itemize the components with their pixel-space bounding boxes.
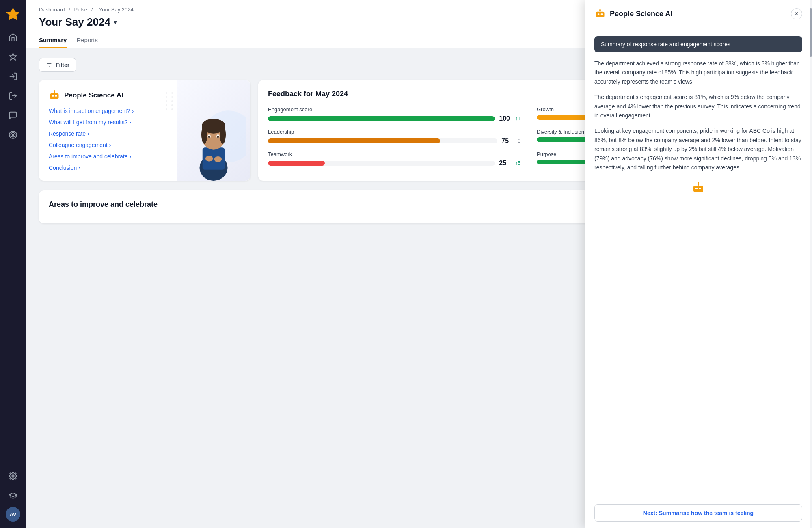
svg-point-22 bbox=[201, 126, 207, 144]
user-avatar[interactable]: AV bbox=[6, 507, 20, 522]
ai-panel-robot-icon bbox=[594, 8, 606, 19]
ai-card: People Science AI bbox=[39, 80, 250, 181]
metric-bar-fill bbox=[268, 161, 325, 166]
ai-card-title: People Science AI bbox=[64, 91, 123, 100]
tab-summary[interactable]: Summary bbox=[39, 33, 67, 48]
ai-next-button[interactable]: Next: Summarise how the team is feeling bbox=[594, 504, 802, 522]
svg-point-6 bbox=[12, 475, 14, 477]
signin-icon[interactable] bbox=[5, 68, 21, 84]
metric-score: 75 bbox=[501, 137, 514, 145]
filter-button[interactable]: Filter bbox=[39, 58, 76, 72]
metric-delta: ↑5 bbox=[515, 160, 520, 166]
breadcrumb-dashboard[interactable]: Dashboard bbox=[39, 6, 65, 13]
ai-panel-close-button[interactable]: ✕ bbox=[791, 8, 802, 19]
person-svg bbox=[181, 100, 246, 181]
ai-panel-footer: Next: Summarise how the team is feeling bbox=[585, 498, 812, 528]
sidebar-bottom: AV bbox=[5, 468, 21, 522]
svg-point-34 bbox=[599, 9, 601, 10]
ai-panel-paragraph-1: The department achieved a strong respons… bbox=[594, 59, 802, 86]
ai-panel-scrollbar-thumb bbox=[810, 8, 812, 57]
home-icon[interactable] bbox=[5, 29, 21, 45]
metric-item: Teamwork 25↑5 bbox=[268, 151, 520, 167]
breadcrumb-sep1: / bbox=[69, 6, 70, 13]
ai-panel: People Science AI ✕ Summary of response … bbox=[585, 0, 812, 528]
svg-marker-0 bbox=[6, 8, 19, 20]
metric-bar-row: 100↑1 bbox=[268, 115, 520, 122]
svg-point-39 bbox=[698, 182, 699, 184]
ai-panel-paragraph-2: The department's engagement score is 81%… bbox=[594, 93, 802, 120]
metric-bar-row: 25↑5 bbox=[268, 160, 520, 167]
metric-label: Engagement score bbox=[268, 106, 520, 113]
svg-rect-10 bbox=[50, 93, 59, 99]
sidebar: AV bbox=[0, 0, 26, 528]
metric-label: Teamwork bbox=[268, 151, 520, 157]
svg-point-5 bbox=[12, 134, 14, 136]
ai-panel-body: Summary of response rate and engagement … bbox=[585, 28, 812, 498]
ai-panel-bottom-icon bbox=[594, 182, 802, 195]
ai-panel-title: People Science AI bbox=[610, 10, 787, 18]
metric-label: Leadership bbox=[268, 129, 520, 135]
metric-bar-bg bbox=[268, 138, 497, 143]
settings-icon[interactable] bbox=[5, 468, 21, 484]
metric-bar-fill bbox=[268, 116, 495, 121]
svg-rect-36 bbox=[695, 188, 698, 189]
page-title: Your Say 2024 bbox=[39, 16, 110, 28]
education-icon[interactable] bbox=[5, 487, 21, 504]
metric-bar-bg bbox=[268, 161, 495, 166]
ai-panel-header: People Science AI ✕ bbox=[585, 0, 812, 28]
svg-point-27 bbox=[217, 136, 219, 138]
svg-rect-31 bbox=[598, 13, 599, 15]
metric-delta: ↑1 bbox=[515, 116, 520, 121]
pin-icon[interactable] bbox=[5, 49, 21, 65]
metric-bar-fill bbox=[268, 138, 440, 143]
target-icon[interactable] bbox=[5, 127, 21, 143]
svg-point-14 bbox=[54, 90, 55, 92]
svg-rect-32 bbox=[601, 13, 603, 15]
metric-score: 100 bbox=[499, 115, 511, 122]
metric-bar-bg bbox=[268, 116, 495, 121]
svg-rect-30 bbox=[596, 12, 605, 17]
ai-panel-paragraph-3: Looking at key engagement components, pr… bbox=[594, 126, 802, 172]
ai-panel-scrollbar[interactable] bbox=[810, 0, 812, 528]
svg-rect-11 bbox=[52, 95, 54, 97]
ai-bottom-icon bbox=[692, 182, 705, 195]
svg-point-28 bbox=[205, 156, 213, 162]
metric-delta: 0 bbox=[518, 138, 520, 144]
svg-point-4 bbox=[11, 133, 15, 137]
svg-rect-37 bbox=[699, 188, 701, 189]
svg-point-29 bbox=[214, 156, 222, 162]
svg-point-26 bbox=[208, 136, 210, 138]
breadcrumb-pulse[interactable]: Pulse bbox=[74, 6, 87, 13]
tab-reports[interactable]: Reports bbox=[76, 33, 98, 48]
metric-score: 25 bbox=[499, 160, 511, 167]
metric-item: Leadership 750 bbox=[268, 129, 520, 145]
page-title-dropdown[interactable]: ▾ bbox=[114, 18, 117, 26]
ai-summary-badge: Summary of response rate and engagement … bbox=[594, 36, 802, 52]
ai-robot-icon bbox=[49, 90, 60, 101]
metric-bar-row: 750 bbox=[268, 137, 520, 145]
filter-icon bbox=[46, 62, 52, 68]
signout-icon[interactable] bbox=[5, 88, 21, 104]
ai-person-image bbox=[177, 80, 250, 181]
breadcrumb-current: Your Say 2024 bbox=[99, 6, 134, 13]
metric-item: Engagement score 100↑1 bbox=[268, 106, 520, 122]
chat-icon[interactable] bbox=[5, 107, 21, 123]
main-area: Dashboard / Pulse / Your Say 2024 Your S… bbox=[26, 0, 812, 528]
breadcrumb-sep2: / bbox=[91, 6, 93, 13]
svg-rect-35 bbox=[693, 186, 703, 192]
svg-point-23 bbox=[220, 126, 226, 144]
app-logo[interactable] bbox=[6, 6, 20, 21]
svg-rect-12 bbox=[55, 95, 57, 97]
